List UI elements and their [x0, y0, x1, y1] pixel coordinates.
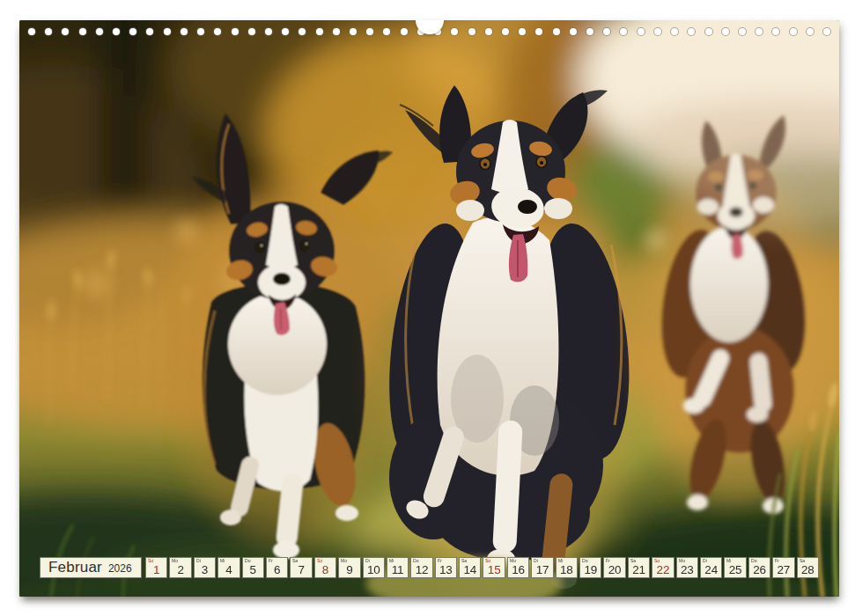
day-number: 19: [580, 564, 601, 576]
binding-hole: [96, 28, 103, 35]
binding-hole: [350, 28, 357, 35]
dog-left: [167, 114, 396, 559]
binding-hole: [248, 28, 255, 35]
weekday-abbrev: Di: [196, 559, 201, 563]
binding-hole: [519, 28, 526, 35]
binding-hole: [807, 28, 814, 35]
day-cell: Sa 21: [628, 557, 650, 578]
day-cell: Mi 11: [387, 557, 409, 578]
day-number: 10: [364, 564, 384, 576]
binding-hole: [688, 28, 695, 35]
day-number: 17: [532, 564, 552, 576]
binding-hole: [129, 28, 136, 35]
day-number: 8: [315, 564, 335, 576]
day-number: 27: [773, 564, 793, 576]
calendar-page: Februar 2026 So 1 Mo 2 Di 3 Mi 4 Do 5 Fr…: [19, 20, 839, 597]
day-cell: So 1: [145, 557, 167, 578]
binding-hole: [502, 28, 509, 35]
day-cell: Di 24: [700, 557, 722, 578]
binding-hole: [739, 28, 746, 35]
binding-hole: [722, 28, 729, 35]
day-number: 14: [460, 564, 480, 576]
day-number: 7: [291, 564, 311, 576]
weekday-abbrev: Fr: [269, 559, 273, 563]
day-cell: Mo 23: [676, 557, 698, 578]
day-number: 3: [195, 564, 215, 576]
binding-hole: [451, 28, 458, 35]
binding-hole: [383, 28, 390, 35]
binding-hole: [197, 28, 204, 35]
day-number: 9: [339, 564, 359, 576]
binding-hole: [181, 28, 188, 35]
day-cell: Sa 28: [797, 557, 819, 578]
binding-hole: [62, 28, 69, 35]
day-cells: So 1 Mo 2 Di 3 Mi 4 Do 5 Fr 6 Sa 7 So 8 …: [145, 557, 819, 578]
binding-hole: [620, 28, 627, 35]
month-label-box: Februar 2026: [40, 557, 142, 578]
binding-hole: [638, 28, 645, 35]
binding-hole: [586, 28, 593, 35]
day-number: 20: [604, 564, 624, 576]
day-cell: Mi 18: [556, 557, 578, 578]
binding-hole: [366, 28, 373, 35]
binding-hole: [214, 28, 221, 35]
day-cell: Mo 9: [338, 557, 360, 578]
day-cell: Di 3: [194, 557, 216, 578]
day-cell: Do 26: [748, 557, 770, 578]
day-number: 13: [436, 564, 456, 576]
day-cell: Sa 14: [459, 557, 481, 578]
weekday-abbrev: So: [317, 559, 322, 563]
day-number: 12: [411, 564, 431, 576]
day-cell: Do 19: [579, 557, 601, 578]
binding-hole: [485, 28, 492, 35]
day-cell: Mo 16: [507, 557, 529, 578]
day-number: 6: [267, 564, 287, 576]
day-cell: Mi 4: [217, 557, 240, 578]
weekday-abbrev: Mi: [220, 559, 225, 563]
day-number: 22: [652, 564, 673, 576]
calendar-strip: Februar 2026 So 1 Mo 2 Di 3 Mi 4 Do 5 Fr…: [40, 557, 819, 578]
photo-three-dogs-running: [19, 20, 839, 597]
day-cell: Fr 27: [772, 557, 794, 578]
binding-hole: [772, 28, 779, 35]
binding-hole: [755, 28, 763, 35]
binding-hole: [146, 28, 153, 35]
binding-hole: [823, 28, 830, 35]
binding-hole: [535, 28, 542, 35]
day-cell: Mo 2: [169, 557, 191, 578]
binding-hole: [468, 28, 475, 35]
day-cell: Fr 13: [435, 557, 457, 578]
day-number: 24: [701, 564, 721, 576]
binding-hole: [79, 28, 86, 35]
binding-hole: [28, 28, 35, 35]
month-name: Februar: [48, 559, 102, 576]
day-cell: So 15: [483, 557, 505, 578]
binding-hole: [164, 28, 171, 35]
day-number: 28: [798, 564, 818, 576]
day-cell: Do 12: [410, 557, 432, 578]
binding-hole: [705, 28, 712, 35]
day-cell: So 22: [652, 557, 674, 578]
day-number: 11: [387, 564, 408, 576]
binding-hole: [570, 28, 577, 35]
binding-hole: [282, 28, 289, 35]
day-cell: So 8: [314, 557, 336, 578]
day-number: 18: [556, 564, 577, 576]
day-cell: Sa 7: [290, 557, 312, 578]
binding-hole: [790, 28, 797, 35]
day-cell: Di 10: [363, 557, 385, 578]
day-number: 15: [483, 564, 504, 576]
day-cell: Fr 20: [603, 557, 625, 578]
day-number: 16: [508, 564, 528, 576]
binding-hole: [299, 28, 306, 35]
binding-hole: [603, 28, 610, 35]
year-label: 2026: [108, 561, 132, 575]
binding-hole: [553, 28, 560, 35]
binding-hole: [316, 28, 323, 35]
day-cell: Mi 25: [724, 557, 746, 578]
binding-hole: [333, 28, 340, 35]
day-number: 2: [170, 564, 190, 576]
binding-hole: [232, 28, 239, 35]
binding-hole: [113, 28, 120, 35]
photo-area: Februar 2026 So 1 Mo 2 Di 3 Mi 4 Do 5 Fr…: [19, 20, 839, 597]
